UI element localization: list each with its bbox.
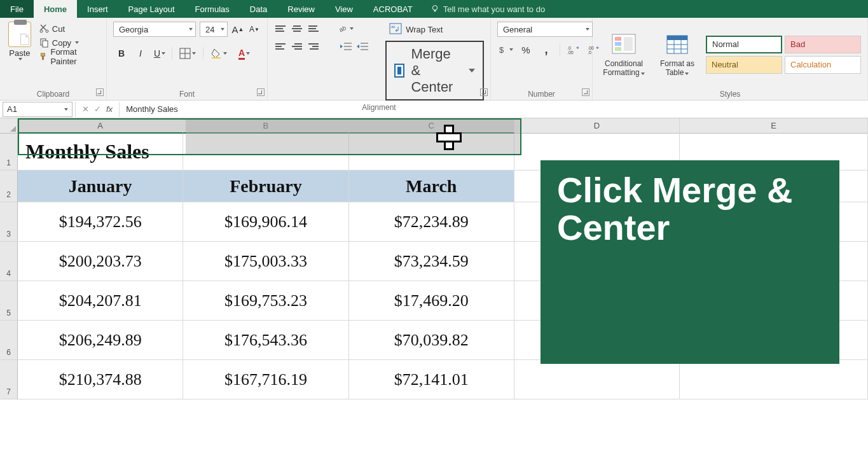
underline-button[interactable]: U <box>151 46 168 61</box>
increase-font-button[interactable]: A▲ <box>231 22 244 36</box>
enter-icon[interactable]: ✓ <box>94 104 101 114</box>
column-header-E[interactable]: E <box>680 118 868 134</box>
row-header-3[interactable]: 3 <box>0 202 18 242</box>
cell[interactable]: February <box>183 170 348 202</box>
row-header-7[interactable]: 7 <box>0 360 18 399</box>
column-header-B[interactable]: B <box>183 118 348 134</box>
row-header-6[interactable]: 6 <box>0 321 18 360</box>
cut-label: Cut <box>52 24 65 34</box>
svg-text:ab: ab <box>338 24 347 33</box>
cell[interactable]: $72,141.01 <box>349 360 514 399</box>
align-center-button[interactable] <box>291 39 306 53</box>
format-as-table-button[interactable]: Format as Table <box>652 29 702 79</box>
cell[interactable] <box>514 360 680 399</box>
cf-label: Conditional Formatting <box>603 59 643 76</box>
tab-acrobat[interactable]: ACROBAT <box>363 0 423 18</box>
font-size-combo[interactable]: 24 <box>200 22 228 37</box>
clipboard-dialog-launcher[interactable] <box>96 88 104 96</box>
row-header-1[interactable]: 1 <box>0 134 18 170</box>
number-dialog-launcher[interactable] <box>582 88 589 96</box>
svg-rect-32 <box>667 36 687 40</box>
column-header-D[interactable]: D <box>514 118 680 134</box>
cell[interactable]: $175,003.33 <box>183 242 348 281</box>
orientation-button[interactable]: ab <box>338 22 354 36</box>
cell[interactable]: $200,203.73 <box>18 242 183 281</box>
format-painter-button[interactable]: Format Painter <box>37 50 100 64</box>
column-header-A[interactable]: A <box>18 118 183 134</box>
cell-styles-gallery[interactable]: Normal Bad Neutral Calculation <box>706 36 861 74</box>
tab-home[interactable]: Home <box>34 0 77 18</box>
scissors-icon <box>39 24 50 34</box>
style-bad[interactable]: Bad <box>785 36 861 53</box>
comma-button[interactable]: , <box>538 42 555 57</box>
paste-button[interactable]: Paste <box>6 22 33 60</box>
cell[interactable]: $194,372.56 <box>18 202 183 242</box>
font-color-button[interactable]: A <box>233 46 256 61</box>
formula-input[interactable]: Monthly Sales <box>120 104 184 114</box>
align-top-button[interactable] <box>274 22 289 36</box>
cell[interactable]: $169,906.14 <box>183 202 348 242</box>
copy-icon <box>39 38 50 48</box>
align-right-button[interactable] <box>307 39 322 53</box>
cell[interactable] <box>183 134 348 170</box>
cell[interactable]: Monthly Sales <box>18 134 183 170</box>
cut-button[interactable]: Cut <box>37 22 100 36</box>
decrease-indent-button[interactable] <box>338 39 354 53</box>
increase-decimal-button[interactable]: .0.00 <box>565 42 582 57</box>
row-header-4[interactable]: 4 <box>0 242 18 281</box>
align-bottom-button[interactable] <box>307 22 322 36</box>
cell[interactable]: $70,039.82 <box>349 321 514 360</box>
conditional-formatting-button[interactable]: Conditional Formatting <box>599 29 649 79</box>
format-as-table-icon <box>665 32 690 57</box>
borders-button[interactable] <box>176 46 199 61</box>
number-format-combo[interactable]: General <box>497 22 593 37</box>
percent-button[interactable]: % <box>518 42 534 57</box>
row-header-2[interactable]: 2 <box>0 170 18 202</box>
cell[interactable]: $17,469.20 <box>349 281 514 321</box>
cell[interactable]: $210,374.88 <box>18 360 183 399</box>
brush-icon <box>39 52 48 62</box>
increase-indent-button[interactable] <box>355 39 370 53</box>
align-left-button[interactable] <box>274 39 289 53</box>
svg-point-0 <box>432 6 437 10</box>
tell-me[interactable]: Tell me what you want to do <box>423 0 553 18</box>
tab-formulas[interactable]: Formulas <box>185 0 240 18</box>
align-middle-button[interactable] <box>291 22 306 36</box>
cell[interactable]: $167,716.19 <box>183 360 348 399</box>
font-name-combo[interactable]: Georgia <box>113 22 196 37</box>
tab-review[interactable]: Review <box>277 0 325 18</box>
fill-color-button[interactable] <box>207 46 230 61</box>
tab-page-layout[interactable]: Page Layout <box>118 0 185 18</box>
cell[interactable]: $72,234.89 <box>349 202 514 242</box>
fx-icon[interactable]: fx <box>106 104 113 114</box>
tab-data[interactable]: Data <box>240 0 277 18</box>
merge-center-button[interactable]: Merge & Center <box>385 41 484 101</box>
cell[interactable]: $176,543.36 <box>183 321 348 360</box>
style-calculation[interactable]: Calculation <box>785 56 861 74</box>
cell[interactable]: January <box>18 170 183 202</box>
tab-view[interactable]: View <box>325 0 363 18</box>
italic-button[interactable]: I <box>132 46 149 61</box>
decrease-font-button[interactable]: A▼ <box>248 22 261 36</box>
font-dialog-launcher[interactable] <box>257 88 265 96</box>
tab-insert[interactable]: Insert <box>77 0 118 18</box>
cancel-icon[interactable]: ✕ <box>82 104 89 114</box>
wrap-text-button[interactable]: ab Wrap Text <box>385 22 484 37</box>
cell[interactable]: $206,249.89 <box>18 321 183 360</box>
row-header-5[interactable]: 5 <box>0 281 18 321</box>
cell[interactable]: $204,207.81 <box>18 281 183 321</box>
cell[interactable]: $169,753.23 <box>183 281 348 321</box>
cell[interactable] <box>680 360 868 399</box>
accounting-button[interactable]: $ <box>497 42 514 57</box>
tab-file[interactable]: File <box>0 0 34 18</box>
select-all-corner[interactable] <box>0 118 18 134</box>
name-box[interactable]: A1 <box>3 102 72 117</box>
style-normal[interactable]: Normal <box>706 36 782 53</box>
cell[interactable]: March <box>349 170 514 202</box>
column-header-C[interactable]: C <box>349 118 514 134</box>
bold-button[interactable]: B <box>113 46 130 61</box>
cell[interactable]: $73,234.59 <box>349 242 514 281</box>
cell[interactable] <box>349 134 514 170</box>
style-neutral[interactable]: Neutral <box>706 56 782 74</box>
alignment-dialog-launcher[interactable] <box>480 88 488 96</box>
